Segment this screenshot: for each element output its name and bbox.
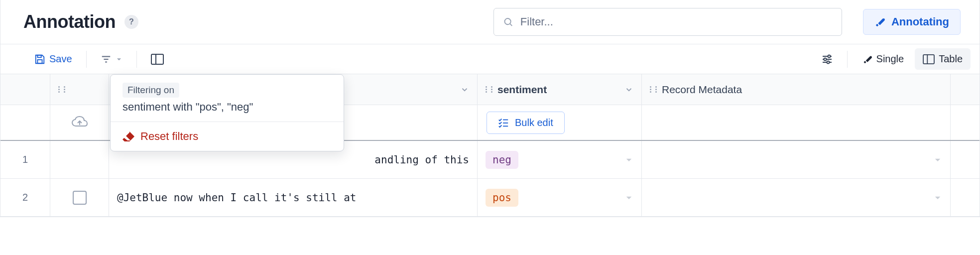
page-title: Annotation [23, 11, 116, 32]
row-metadata-cell[interactable] [642, 141, 951, 178]
svg-point-12 [824, 58, 826, 60]
chevron-down-icon[interactable] [460, 85, 469, 94]
filter-description: sentiment with "pos", "neg" [122, 101, 332, 114]
view-table-button[interactable]: Table [915, 48, 971, 70]
th-metadata[interactable]: Record Metadata [642, 74, 951, 105]
annotating-mode-button[interactable]: Annotating [863, 9, 961, 35]
row-tail [951, 141, 980, 178]
sub-metadata [642, 105, 951, 140]
svg-point-10 [828, 55, 830, 57]
table-row: 2 @JetBlue now when I call it's still at… [0, 179, 980, 217]
save-icon [34, 54, 45, 65]
filter-input[interactable] [519, 15, 833, 29]
filter-icon [101, 54, 112, 65]
sentiment-tag: pos [486, 189, 518, 207]
checklist-icon [498, 117, 509, 128]
row-checkbox-cell [50, 179, 109, 216]
table-icon [923, 54, 935, 64]
drag-handle-icon [650, 86, 657, 93]
row-metadata-cell[interactable] [642, 179, 951, 216]
view-single-label: Single [876, 53, 904, 65]
divider [847, 51, 848, 68]
columns-icon [151, 54, 164, 65]
row-text-cell[interactable]: @JetBlue now when I call it's still at [109, 179, 478, 216]
sub-upload[interactable] [50, 105, 109, 140]
row-number: 2 [0, 179, 50, 216]
th-drag[interactable] [50, 74, 109, 105]
svg-line-1 [510, 24, 512, 26]
view-table-label: Table [939, 53, 963, 65]
record-text: @JetBlue now when I call it's still at [117, 192, 356, 204]
divider [86, 51, 87, 68]
chevron-down-icon [116, 56, 122, 63]
settings-button[interactable] [814, 49, 840, 69]
th-index [0, 74, 50, 105]
chevron-down-icon[interactable] [933, 155, 942, 164]
sub-tail [951, 105, 980, 140]
th-tail [951, 74, 980, 105]
pen-icon [862, 54, 872, 64]
svg-rect-15 [923, 54, 934, 63]
chevron-down-icon[interactable] [624, 85, 633, 94]
th-metadata-label: Record Metadata [662, 84, 742, 96]
search-icon [503, 16, 513, 27]
highlighter-icon [874, 16, 885, 27]
th-sentiment-label: sentiment [497, 84, 547, 96]
svg-point-0 [504, 18, 510, 24]
filter-input-wrapper[interactable] [493, 8, 842, 36]
chevron-down-icon[interactable] [624, 193, 633, 202]
save-button[interactable]: Save [27, 49, 79, 69]
record-text: andling of this [374, 154, 469, 166]
toolbar: Save Single Table [0, 44, 980, 74]
eraser-icon [122, 131, 134, 141]
svg-rect-3 [37, 59, 42, 63]
divider [136, 51, 137, 68]
sentiment-tag: neg [486, 151, 518, 169]
cloud-upload-icon [58, 116, 101, 129]
filter-popover: Filtering on sentiment with "pos", "neg"… [110, 74, 344, 151]
filtering-on-pill: Filtering on [122, 83, 179, 98]
row-tail [951, 179, 980, 216]
row-number: 1 [0, 141, 50, 178]
row-sentiment-cell[interactable]: pos [478, 179, 642, 216]
th-sentiment[interactable]: sentiment [478, 74, 642, 105]
help-icon[interactable]: ? [124, 15, 138, 29]
svg-rect-2 [37, 55, 41, 57]
save-label: Save [49, 53, 72, 65]
drag-handle-icon [486, 86, 492, 93]
data-table: sentiment Record Metadata [0, 74, 980, 217]
row-sentiment-cell[interactable]: neg [478, 141, 642, 178]
header-bar: Annotation ? Annotating [0, 0, 980, 44]
svg-rect-7 [151, 54, 163, 64]
bulk-edit-button[interactable]: Bulk edit [487, 112, 565, 134]
sliders-icon [821, 53, 833, 65]
reset-filters-button[interactable]: Reset filters [122, 130, 332, 143]
row-checkbox[interactable] [73, 191, 87, 205]
chevron-down-icon[interactable] [933, 193, 942, 202]
sub-index [0, 105, 50, 140]
reset-filters-label: Reset filters [140, 130, 198, 143]
sub-sentiment: Bulk edit [478, 105, 642, 140]
svg-point-14 [827, 61, 829, 63]
view-single-button[interactable]: Single [855, 48, 912, 70]
filter-dropdown-button[interactable] [94, 50, 129, 69]
drag-handle-icon [58, 86, 65, 93]
row-checkbox-cell [50, 141, 109, 178]
bulk-edit-label: Bulk edit [515, 117, 553, 128]
columns-button[interactable] [144, 50, 171, 69]
chevron-down-icon[interactable] [624, 155, 633, 164]
annotating-label: Annotating [891, 15, 949, 28]
